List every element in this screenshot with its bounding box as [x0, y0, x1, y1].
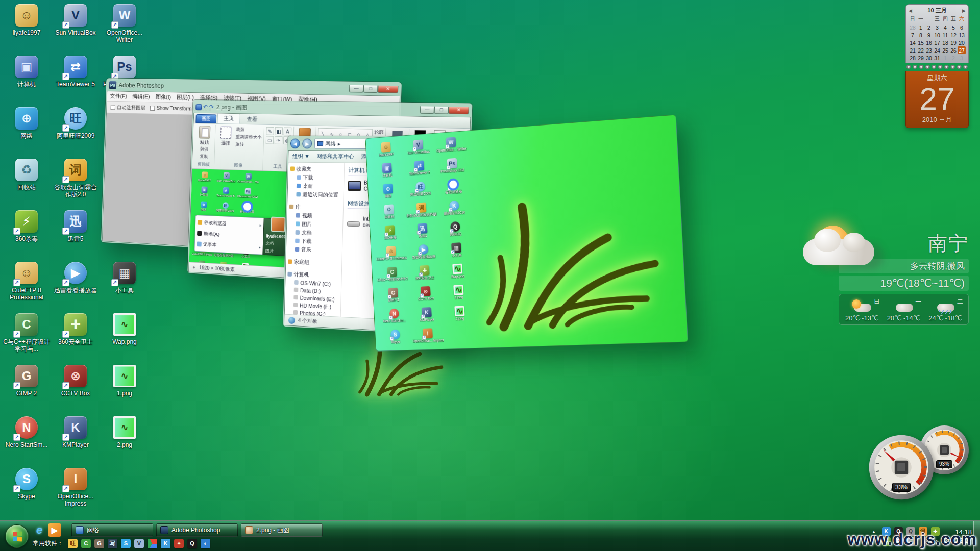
- canvas-start-menu: 谷歌浏览器 ▸ 腾讯QQ 记事本 ▸: [194, 215, 296, 257]
- resize-button[interactable]: 重新调整大小: [236, 134, 262, 141]
- nav-tree-item[interactable]: 收藏夹: [290, 165, 344, 174]
- nav-item-icon: [296, 192, 301, 197]
- maximize-button[interactable]: □: [434, 107, 449, 114]
- outline-button[interactable]: 轮廓: [374, 129, 384, 136]
- tool-button[interactable]: A: [284, 127, 292, 135]
- breadcrumb-separator: ▸: [338, 140, 341, 147]
- maximize-button[interactable]: □: [363, 85, 378, 93]
- ribbon-group-image: 选择 裁剪 重新调整大小 旋转 图像: [214, 125, 264, 170]
- paint-app-button[interactable]: 画图: [195, 114, 216, 123]
- nav-tree-item[interactable]: 家庭组: [288, 257, 342, 267]
- paste-icon: [199, 126, 211, 139]
- start-menu-item-icon: [197, 241, 201, 246]
- quicklaunch-icon[interactable]: 写: [108, 539, 117, 548]
- close-button[interactable]: ✕: [378, 86, 398, 93]
- canvas-mini-icon: V↗ Sun VirtualBox: [215, 171, 237, 187]
- quicklaunch-icon[interactable]: V: [134, 539, 144, 548]
- taskbar-window-button[interactable]: 网络: [71, 523, 153, 537]
- nav-tree-item[interactable]: 下载: [290, 173, 344, 182]
- desktop-layer-icons: ☺↗ liyafe1997 ▣↗ 计算机 ⊕↗ 网络 ♻↗ 回收站 ⚡↗ 360…: [370, 135, 478, 350]
- select-button[interactable]: 选择: [217, 126, 235, 147]
- start-menu-item: 腾讯QQ: [197, 230, 261, 240]
- quicklaunch-icon[interactable]: ◐: [201, 539, 210, 548]
- taskbar-window-button[interactable]: 2.png - 画图: [241, 523, 323, 537]
- nav-item-icon: [295, 247, 300, 252]
- quicklaunch-icon[interactable]: C: [81, 539, 91, 548]
- options-checkbox-item[interactable]: 自动选择图层: [110, 104, 145, 111]
- computer-icon: [348, 181, 361, 191]
- nav-item-icon: [293, 310, 298, 315]
- launcher-icon[interactable]: e: [33, 523, 46, 537]
- canvas-mini-icon: ↗ 谷歌浏览器: [236, 202, 258, 218]
- quicklaunch-icon[interactable]: 旺: [68, 539, 78, 548]
- quicklaunch-icon[interactable]: ✦: [174, 539, 184, 548]
- nav-item-icon: [297, 175, 301, 180]
- paste-button[interactable]: 粘贴: [196, 126, 213, 146]
- menu-item[interactable]: 编辑(E): [132, 93, 150, 101]
- mini-desktop-icon: ▶↗ 迅雷看看播放器: [407, 242, 440, 265]
- mini-desktop-icon: C↗ C与C++程序设计学习与...: [376, 265, 409, 288]
- tab-home[interactable]: 主页: [217, 113, 240, 124]
- start-button[interactable]: [5, 524, 29, 548]
- windows-logo-icon: [13, 531, 22, 541]
- group-label: 图像: [234, 162, 242, 170]
- copy-button[interactable]: 复制: [200, 153, 208, 160]
- nav-item-icon: [288, 259, 292, 264]
- menu-item[interactable]: 文件(F): [110, 92, 127, 100]
- mini-desktop-icon: ⚡↗ 360杀毒: [374, 223, 407, 246]
- cut-button[interactable]: 剪切: [200, 146, 208, 153]
- network-location-icon: [317, 141, 324, 146]
- tool-button[interactable]: ✎: [266, 127, 274, 135]
- mini-desktop-icon: ♻↗ 回收站: [373, 203, 406, 226]
- option-label: 自动选择图层: [117, 104, 145, 111]
- nav-item-icon: [294, 280, 299, 285]
- quicklaunch-icon[interactable]: K: [161, 539, 170, 548]
- tool-button[interactable]: ◧: [275, 127, 283, 135]
- mini-desktop-icon: G↗ GIMP 2: [377, 286, 410, 308]
- nav-item-icon: [290, 166, 295, 171]
- start-menu-item-icon: [197, 231, 202, 236]
- address-text: 网络: [325, 140, 336, 147]
- forward-button[interactable]: ▶: [302, 139, 312, 149]
- flip3d-scene: Ps Adobe Photoshop — □ ✕ 文件(F)编辑(E)图像(I)…: [0, 0, 980, 551]
- minimize-button[interactable]: —: [420, 106, 434, 114]
- router-icon: [347, 221, 360, 227]
- tab-view[interactable]: 查看: [241, 114, 263, 124]
- nav-item-icon: [296, 213, 300, 218]
- toolbar-command[interactable]: 网络和共享中心: [316, 153, 354, 160]
- menu-item[interactable]: 图层(L): [177, 94, 194, 102]
- photoshop-caption-buttons: — □ ✕: [349, 85, 399, 93]
- taskbar-quicklaunch-row: 常用软件： 旺 C G 写 S V K: [33, 537, 210, 549]
- nav-item-icon: [293, 303, 298, 307]
- tool-button[interactable]: ✑: [275, 136, 283, 144]
- window-button-label: 网络: [87, 526, 99, 535]
- rotate-button[interactable]: 旋转: [235, 141, 261, 148]
- flip3d-desktop-layer[interactable]: ☺↗ liyafe1997 ▣↗ 计算机 ⊕↗ 网络 ♻↗ 回收站 ⚡↗ 360…: [365, 114, 688, 351]
- window-button-label: 2.png - 画图: [256, 526, 289, 535]
- crop-button[interactable]: 裁剪: [236, 127, 262, 134]
- canvas-mini-icon: ⇄↗ TeamViewer 5: [214, 186, 237, 202]
- nav-tree-item[interactable]: 音乐: [288, 245, 342, 255]
- close-button[interactable]: ✕: [449, 107, 469, 114]
- redo-icon[interactable]: ↷: [209, 104, 214, 111]
- nav-tree-item[interactable]: 最近访问的位置: [289, 190, 344, 199]
- minimize-button[interactable]: —: [349, 85, 363, 93]
- undo-icon[interactable]: ↶: [203, 104, 208, 111]
- nav-tree-item[interactable]: 桌面: [290, 182, 344, 191]
- save-icon[interactable]: [195, 104, 202, 110]
- back-button[interactable]: ◀: [290, 139, 300, 149]
- quicklaunch-icon[interactable]: Q: [187, 539, 197, 548]
- desktop-layer-grass-logo: [464, 153, 677, 333]
- toolbar-command[interactable]: 组织 ▼: [292, 153, 310, 160]
- photoshop-window-icon: Ps: [109, 81, 116, 89]
- menu-item[interactable]: 图像(I): [155, 93, 171, 101]
- taskbar-window-button[interactable]: Adobe Photoshop: [156, 523, 238, 537]
- mini-desktop-icon: ☺↗ liyafe1997: [370, 140, 403, 163]
- explorer-nav-pane: 收藏夹 下载 桌面 最近访问的位置: [285, 163, 345, 317]
- quicklaunch-icon[interactable]: S: [121, 539, 131, 548]
- launcher-icon[interactable]: ▶: [48, 523, 61, 537]
- mini-desktop-icon: S↗ Skype: [379, 328, 412, 350]
- quicklaunch-icon[interactable]: G: [94, 539, 104, 548]
- quicklaunch-icon[interactable]: [148, 539, 157, 548]
- tool-button[interactable]: ▭: [266, 136, 274, 144]
